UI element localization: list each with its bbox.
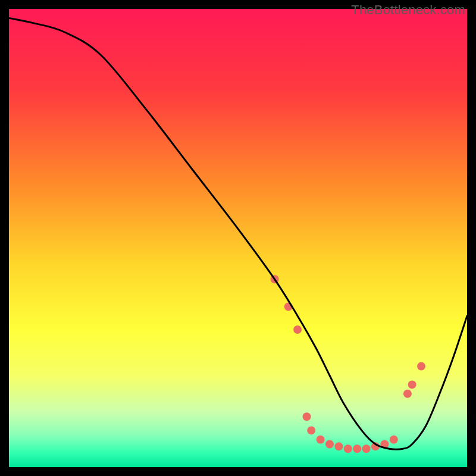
highlight-dot [390, 436, 398, 444]
highlight-dot [334, 442, 343, 450]
highlight-dot [303, 412, 311, 421]
highlight-dot [293, 325, 302, 334]
watermark-text: TheBottleneck.com [351, 2, 465, 18]
highlight-dot [362, 444, 371, 453]
chart-container: TheBottleneck.com [0, 0, 476, 476]
highlight-dot [325, 440, 334, 449]
highlight-dot [317, 436, 325, 444]
highlight-dot [353, 444, 361, 453]
highlight-dot [344, 444, 352, 453]
highlight-dot [307, 426, 315, 434]
highlight-dot [403, 390, 412, 398]
highlight-dot [408, 380, 416, 389]
highlight-dots [271, 275, 425, 453]
curve-layer [9, 9, 467, 467]
bottleneck-curve [9, 18, 467, 449]
plot-area [9, 9, 467, 467]
highlight-dot [417, 362, 425, 371]
